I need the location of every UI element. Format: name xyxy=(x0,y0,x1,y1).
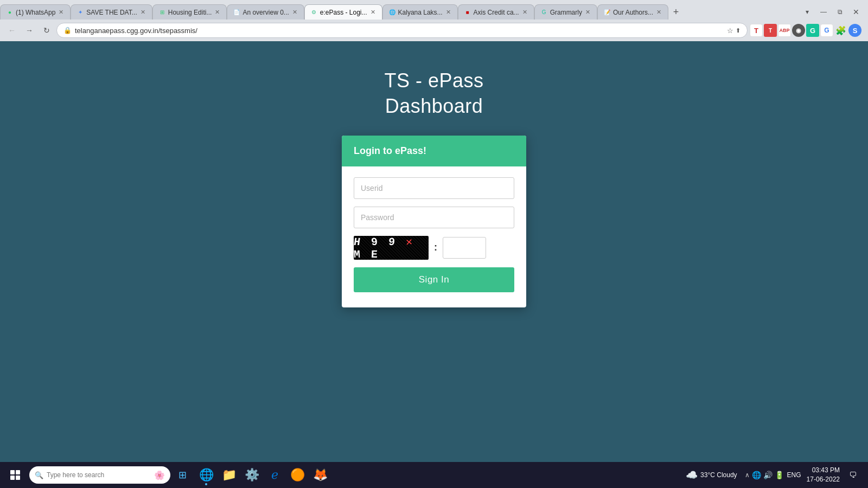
bookmark-star-icon[interactable]: ☆ xyxy=(727,27,733,35)
page-title: TS - ePass Dashboard xyxy=(384,68,483,119)
taskbar-app-chrome[interactable]: 🌐 xyxy=(195,463,217,487)
chevron-up-icon[interactable]: ∧ xyxy=(745,471,750,479)
new-tab-button[interactable]: + xyxy=(668,4,684,20)
tab-favicon-housing: ⊞ xyxy=(158,9,166,16)
tab-close-savethedate[interactable]: ✕ xyxy=(139,8,146,16)
taskbar-app-settings[interactable]: ⚙️ xyxy=(241,463,263,487)
extension-abp[interactable]: ABP xyxy=(778,24,791,37)
tab-ourauthors[interactable]: 📝 Our Authors... ✕ xyxy=(597,4,668,20)
tab-label-epass: e:ePass - Logi... xyxy=(320,9,367,16)
taskbar-app-edge[interactable]: ℯ xyxy=(264,463,285,487)
weather-widget[interactable]: ☁️ 33°C Cloudy xyxy=(681,467,742,483)
battery-icon[interactable]: 🔋 xyxy=(775,471,784,479)
windows-logo-icon xyxy=(10,470,20,480)
speaker-icon[interactable]: 🔊 xyxy=(763,471,773,479)
tab-favicon-whatsapp: ● xyxy=(6,9,14,16)
tab-whatsapp[interactable]: ● (1) WhatsApp ✕ xyxy=(0,4,71,20)
taskbar-right: ☁️ 33°C Cloudy ∧ 🌐 🔊 🔋 ENG 03:43 PM 17-0… xyxy=(681,463,865,487)
tab-close-epass[interactable]: ✕ xyxy=(369,8,376,16)
extension-green[interactable]: G xyxy=(806,24,819,37)
tab-overview[interactable]: 📄 An overview 0... ✕ xyxy=(227,4,304,20)
extension-topaz[interactable]: T xyxy=(764,24,777,37)
tab-close-kalyana[interactable]: ✕ xyxy=(445,8,452,16)
tab-close-overview[interactable]: ✕ xyxy=(291,8,298,16)
tab-close-grammarly[interactable]: ✕ xyxy=(584,8,591,16)
tab-label-housing: Housing Editi... xyxy=(168,9,212,16)
tab-label-axiscredit: Axis Credit ca... xyxy=(474,9,519,16)
taskbar-colorful-icon: 🌸 xyxy=(154,470,165,480)
tab-label-savethedate: SAVE THE DAT... xyxy=(86,9,137,16)
tab-axiscredit[interactable]: ■ Axis Credit ca... ✕ xyxy=(458,4,534,20)
taskbar-search-input[interactable] xyxy=(47,471,151,479)
tab-favicon-epass: ⚙ xyxy=(310,9,318,16)
page-title-line2: Dashboard xyxy=(385,95,483,117)
forward-button[interactable]: → xyxy=(22,23,37,38)
minimize-button[interactable]: — xyxy=(816,4,831,20)
address-bar[interactable]: 🔒 telanganaepass.cgg.gov.in/tsepassmis/ … xyxy=(56,23,748,38)
extension-google[interactable]: G xyxy=(820,24,833,37)
tab-favicon-ourauthors: 📝 xyxy=(603,9,611,16)
profile-avatar[interactable]: S xyxy=(848,24,861,37)
url-text: telanganaepass.cgg.gov.in/tsepassmis/ xyxy=(75,27,724,35)
taskbar: 🔍 🌸 ⊞ 🌐 📁 ⚙️ ℯ 🟠 🦊 ☁️ 33°C xyxy=(0,462,868,488)
userid-input[interactable] xyxy=(354,177,514,199)
tab-grammarly[interactable]: G Grammarly ✕ xyxy=(534,4,597,20)
task-view-icon: ⊞ xyxy=(178,469,187,481)
tab-close-ourauthors[interactable]: ✕ xyxy=(655,8,662,16)
extensions-bar: T T ABP ◉ G G 🧩 S xyxy=(750,24,864,37)
app5-icon: 🟠 xyxy=(290,468,305,482)
login-card: Login to ePass! H 9 9 ✕ M E : xyxy=(342,136,526,307)
login-card-title: Login to ePass! xyxy=(354,145,426,156)
task-view-button[interactable]: ⊞ xyxy=(173,465,192,485)
reload-button[interactable]: ↻ xyxy=(39,23,54,38)
tab-label-ourauthors: Our Authors... xyxy=(613,9,653,16)
tab-savethedate[interactable]: ✦ SAVE THE DAT... ✕ xyxy=(71,4,152,20)
login-card-header: Login to ePass! xyxy=(342,136,526,166)
back-button[interactable]: ← xyxy=(4,23,20,38)
settings-gear-icon: ⚙️ xyxy=(245,468,259,482)
extension-t[interactable]: T xyxy=(750,24,763,37)
tab-close-housing[interactable]: ✕ xyxy=(214,8,221,16)
address-bar-row: ← → ↻ 🔒 telanganaepass.cgg.gov.in/tsepas… xyxy=(0,20,868,41)
tab-kalyana[interactable]: 🌐 Kalyana Laks... ✕ xyxy=(382,4,458,20)
tab-favicon-axiscredit: ■ xyxy=(464,9,471,16)
page-title-line1: TS - ePass xyxy=(384,69,483,92)
restore-button[interactable]: ⧉ xyxy=(832,4,847,20)
tab-close-axiscredit[interactable]: ✕ xyxy=(521,8,528,16)
close-button[interactable]: ✕ xyxy=(848,4,864,20)
weather-cloud-icon: ☁️ xyxy=(686,469,698,481)
weather-text: 33°C Cloudy xyxy=(700,471,737,479)
tab-epass[interactable]: ⚙ e:ePass - Logi... ✕ xyxy=(304,4,382,20)
password-input[interactable] xyxy=(354,207,514,228)
captcha-input[interactable] xyxy=(443,237,486,259)
tab-housing[interactable]: ⊞ Housing Editi... ✕ xyxy=(152,4,227,20)
datetime-display[interactable]: 03:43 PM 17-06-2022 xyxy=(805,465,842,485)
app6-icon: 🦊 xyxy=(313,468,328,482)
tab-favicon-overview: 📄 xyxy=(233,9,240,16)
taskbar-app-app5[interactable]: 🟠 xyxy=(286,463,308,487)
app-active-dot xyxy=(205,483,207,485)
start-button[interactable] xyxy=(3,463,27,487)
tab-close-whatsapp[interactable]: ✕ xyxy=(58,8,65,16)
tab-favicon-grammarly: G xyxy=(540,9,548,16)
taskbar-app-fileexplorer[interactable]: 📁 xyxy=(218,463,240,487)
taskbar-app-app6[interactable]: 🦊 xyxy=(309,463,331,487)
notification-icon: 🗨 xyxy=(849,471,857,479)
tab-label-whatsapp: (1) WhatsApp xyxy=(16,9,55,16)
sign-in-button[interactable]: Sign In xyxy=(354,267,514,292)
share-icon[interactable]: ⬆ xyxy=(736,27,741,34)
taskbar-pinned-apps: 🌐 📁 ⚙️ ℯ 🟠 🦊 xyxy=(195,463,331,487)
extensions-puzzle-icon[interactable]: 🧩 xyxy=(834,24,847,37)
network-icon[interactable]: 🌐 xyxy=(752,471,761,479)
lock-icon: 🔒 xyxy=(63,27,72,34)
date-display: 17-06-2022 xyxy=(807,475,840,484)
taskbar-search-icon: 🔍 xyxy=(35,471,43,479)
time-display: 03:43 PM xyxy=(807,466,840,475)
extension-dark[interactable]: ◉ xyxy=(792,24,805,37)
tab-list-button[interactable]: ▾ xyxy=(800,4,815,20)
taskbar-search-bar[interactable]: 🔍 🌸 xyxy=(29,466,170,484)
tab-label-overview: An overview 0... xyxy=(242,9,289,16)
system-tray: ∧ 🌐 🔊 🔋 xyxy=(745,471,784,479)
captcha-colon: : xyxy=(434,242,437,253)
notification-button[interactable]: 🗨 xyxy=(845,463,860,487)
